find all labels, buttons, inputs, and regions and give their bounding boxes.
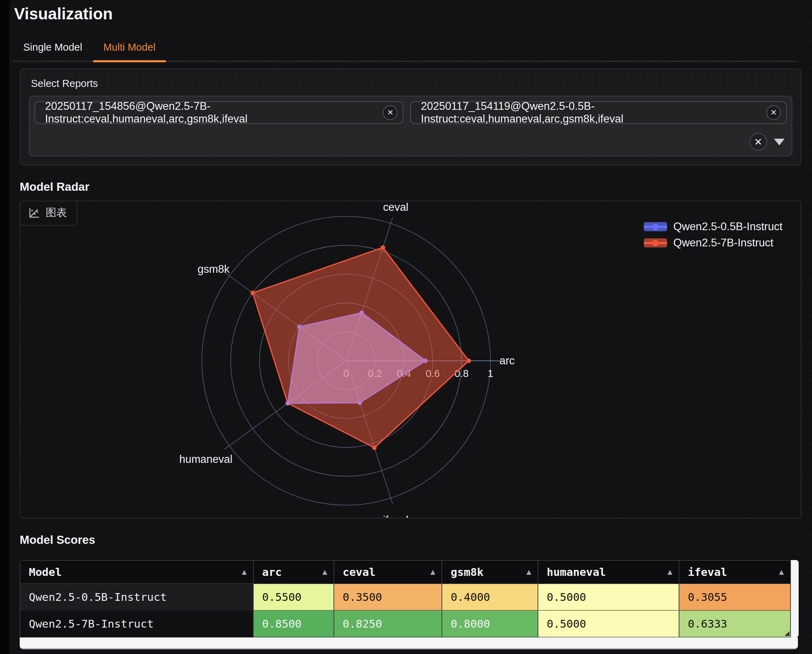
radar-section-title: Model Radar bbox=[20, 180, 801, 194]
column-header-label: gsm8k bbox=[451, 565, 484, 578]
radar-vertex-qwen2.5-7b-instruct[interactable] bbox=[250, 291, 255, 295]
legend-item-qwen2.5-7b-instruct[interactable]: Qwen2.5-7B-Instruct bbox=[644, 237, 783, 249]
legend-label: Qwen2.5-0.5B-Instruct bbox=[673, 220, 783, 233]
table-row: Qwen2.5-0.5B-Instruct0.55000.35000.40000… bbox=[20, 584, 791, 611]
score-cell-ifeval[interactable]: 0.6333 bbox=[679, 611, 791, 637]
app-container: Visualization Single Model Multi Model S… bbox=[9, 0, 812, 654]
column-header-label: ifeval bbox=[688, 565, 727, 578]
radar-vertex-qwen2.5-0.5b-instruct[interactable] bbox=[285, 401, 290, 405]
column-header-label: arc bbox=[262, 565, 282, 578]
scores-area: Model▲arc▲ceval▲gsm8k▲humaneval▲ifeval▲ … bbox=[20, 560, 801, 649]
radar-axis-label-arc: arc bbox=[499, 355, 515, 367]
radar-vertex-qwen2.5-7b-instruct[interactable] bbox=[381, 245, 385, 250]
select-reports-panel: Select Reports 20250117_154856@Qwen2.5-7… bbox=[20, 69, 801, 165]
sort-asc-icon: ▲ bbox=[667, 567, 672, 576]
radar-vertex-qwen2.5-7b-instruct[interactable] bbox=[467, 359, 471, 363]
score-cell-ceval[interactable]: 0.3500 bbox=[334, 584, 442, 611]
column-header-ifeval[interactable]: ifeval▲ bbox=[679, 561, 791, 584]
radar-axis-label-ifeval: ifeval bbox=[383, 514, 409, 518]
report-chip: 20250117_154856@Qwen2.5-7B-Instruct:ceva… bbox=[35, 101, 403, 124]
radar-vertex-qwen2.5-7b-instruct[interactable] bbox=[372, 446, 377, 450]
sort-asc-icon: ▲ bbox=[242, 567, 247, 576]
radar-vertex-qwen2.5-0.5b-instruct[interactable] bbox=[360, 310, 364, 315]
score-cell-ifeval[interactable]: 0.3055 bbox=[679, 584, 791, 611]
column-header-humaneval[interactable]: humaneval▲ bbox=[538, 561, 679, 584]
table-vertical-scrollbar[interactable] bbox=[791, 560, 799, 637]
table-row: Qwen2.5-7B-Instruct0.85000.82500.80000.5… bbox=[20, 611, 791, 637]
column-header-label: ceval bbox=[343, 565, 375, 578]
model-name-cell[interactable]: Qwen2.5-0.5B-Instruct bbox=[20, 584, 254, 611]
listbox-controls: ✕ bbox=[749, 133, 785, 151]
radar-vertex-qwen2.5-0.5b-instruct[interactable] bbox=[297, 324, 302, 329]
column-header-label: humaneval bbox=[547, 565, 606, 578]
legend-swatch bbox=[644, 238, 667, 248]
scores-section-title: Model Scores bbox=[20, 533, 801, 547]
reports-listbox[interactable]: 20250117_154856@Qwen2.5-7B-Instruct:ceva… bbox=[29, 96, 792, 156]
chip-remove-icon[interactable]: ✕ bbox=[766, 105, 781, 120]
legend-item-qwen2.5-0.5b-instruct[interactable]: Qwen2.5-0.5B-Instruct bbox=[644, 220, 783, 233]
chevron-down-icon[interactable] bbox=[774, 139, 785, 145]
tabs-bar: Single Model Multi Model bbox=[13, 35, 798, 62]
sort-asc-icon: ▲ bbox=[779, 567, 784, 576]
radar-axis-label-humaneval: humaneval bbox=[179, 453, 232, 465]
radar-axis-label-ceval: ceval bbox=[383, 201, 409, 213]
table-horizontal-scrollbar[interactable] bbox=[20, 637, 798, 649]
sort-asc-icon: ▲ bbox=[322, 567, 327, 576]
clear-all-icon[interactable]: ✕ bbox=[749, 133, 767, 151]
tab-multi-model[interactable]: Multi Model bbox=[93, 35, 166, 61]
report-chip-label: 20250117_154119@Qwen2.5-0.5B-Instruct:ce… bbox=[421, 100, 759, 125]
model-name-cell[interactable]: Qwen2.5-7B-Instruct bbox=[20, 611, 254, 637]
column-header-arc[interactable]: arc▲ bbox=[254, 561, 334, 584]
score-cell-gsm8k[interactable]: 0.4000 bbox=[442, 584, 538, 611]
page-title: Visualization bbox=[9, 0, 812, 23]
score-cell-humaneval[interactable]: 0.5000 bbox=[538, 584, 679, 611]
radar-vertex-qwen2.5-0.5b-instruct[interactable] bbox=[423, 359, 428, 363]
tab-single-model[interactable]: Single Model bbox=[13, 35, 93, 61]
score-cell-arc[interactable]: 0.8500 bbox=[254, 611, 334, 637]
score-cell-humaneval[interactable]: 0.5000 bbox=[538, 611, 679, 637]
column-header-model[interactable]: Model▲ bbox=[20, 561, 254, 584]
select-reports-label: Select Reports bbox=[31, 78, 792, 89]
legend-swatch bbox=[644, 222, 667, 231]
cell-resize-handle[interactable] bbox=[785, 631, 789, 636]
radar-axis-label-gsm8k: gsm8k bbox=[198, 263, 230, 275]
sort-asc-icon: ▲ bbox=[526, 567, 531, 576]
chart-legend: Qwen2.5-0.5B-InstructQwen2.5-7B-Instruct bbox=[644, 220, 783, 249]
report-chip: 20250117_154119@Qwen2.5-0.5B-Instruct:ce… bbox=[410, 101, 787, 124]
scores-table: Model▲arc▲ceval▲gsm8k▲humaneval▲ifeval▲ … bbox=[20, 560, 791, 637]
radar-chart-panel: 图表 00.20.40.60.81arccevalgsm8khumanevali… bbox=[20, 201, 801, 518]
radar-vertex-qwen2.5-0.5b-instruct[interactable] bbox=[357, 400, 362, 405]
selected-report-chips: 20250117_154856@Qwen2.5-7B-Instruct:ceva… bbox=[35, 101, 787, 124]
sort-asc-icon: ▲ bbox=[430, 567, 435, 576]
score-cell-arc[interactable]: 0.5500 bbox=[254, 584, 334, 611]
chip-remove-icon[interactable]: ✕ bbox=[383, 105, 398, 120]
column-header-label: Model bbox=[29, 565, 61, 578]
column-header-gsm8k[interactable]: gsm8k▲ bbox=[442, 561, 538, 584]
column-header-ceval[interactable]: ceval▲ bbox=[334, 561, 442, 584]
report-chip-label: 20250117_154856@Qwen2.5-7B-Instruct:ceva… bbox=[45, 100, 376, 125]
radar-tick-label: 1 bbox=[488, 368, 493, 379]
score-cell-ceval[interactable]: 0.8250 bbox=[334, 611, 442, 637]
score-cell-gsm8k[interactable]: 0.8000 bbox=[442, 611, 538, 637]
legend-label: Qwen2.5-7B-Instruct bbox=[673, 237, 773, 249]
